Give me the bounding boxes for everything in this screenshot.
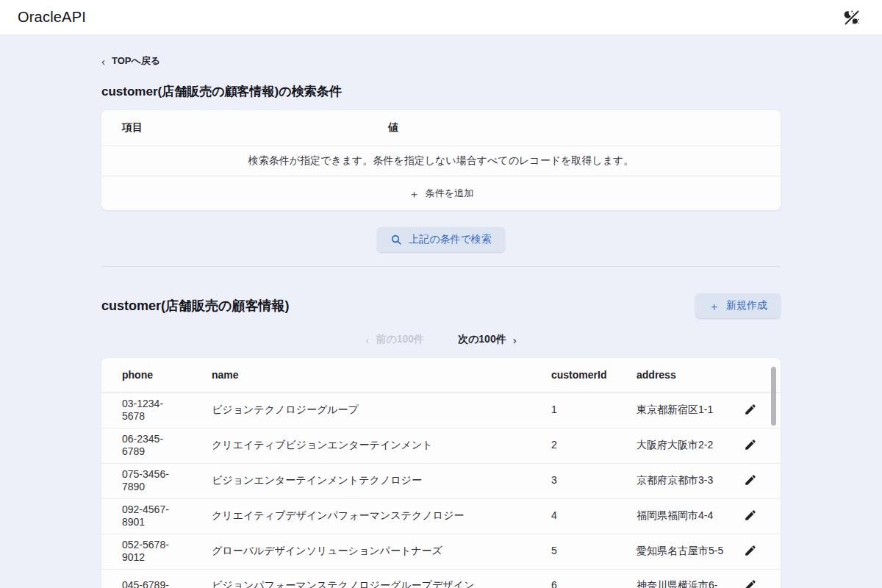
cell-address: 神奈川県横浜市6- <box>631 569 735 588</box>
chevron-right-icon: › <box>513 334 517 346</box>
chevron-left-icon: ‹ <box>101 56 105 67</box>
prev-page-label: 前の100件 <box>376 333 424 346</box>
next-page-button[interactable]: 次の100件 › <box>458 333 517 346</box>
conditions-col-item: 項目 <box>122 121 388 135</box>
add-condition-label: 条件を追加 <box>426 187 473 200</box>
table-scrollbar-thumb[interactable] <box>771 367 776 426</box>
cell-actions <box>735 428 781 463</box>
cell-customerId: 2 <box>545 428 631 463</box>
search-button-row: 上記の条件で検索 <box>101 227 781 252</box>
cell-customerId: 5 <box>545 534 631 569</box>
edit-row-button[interactable] <box>742 542 759 559</box>
conditions-header-row: 項目 値 <box>101 110 781 146</box>
cell-phone: 045-6789- <box>101 569 206 588</box>
cell-phone: 075-3456-7890 <box>101 463 206 498</box>
cell-phone: 052-5678-9012 <box>101 534 206 569</box>
section-divider <box>101 266 781 267</box>
cell-actions <box>735 569 781 588</box>
edit-row-button[interactable] <box>742 577 759 588</box>
search-button[interactable]: 上記の条件で検索 <box>377 227 505 252</box>
results-title: customer(店舗販売の顧客情報) <box>101 297 289 315</box>
cell-name: グローバルデザインソリューションパートナーズ <box>206 534 545 569</box>
table-row: 052-5678-9012 グローバルデザインソリューションパートナーズ 5 愛… <box>101 534 781 569</box>
app-bar: OracleAPI <box>0 0 882 35</box>
cell-phone: 092-4567-8901 <box>101 498 206 534</box>
col-header-customerId: customerId <box>545 358 631 392</box>
cell-name: クリエイティブビジョンエンターテインメント <box>206 428 545 463</box>
pencil-icon <box>744 403 757 416</box>
cell-address: 東京都新宿区1-1 <box>631 392 735 428</box>
cell-phone: 06-2345-6789 <box>101 428 206 463</box>
theme-toggle-icon <box>843 9 861 26</box>
conditions-empty-message: 検索条件が指定できます。条件を指定しない場合すべてのレコードを取得します。 <box>101 146 781 176</box>
col-header-name: name <box>206 358 545 392</box>
cell-customerId: 6 <box>545 569 631 588</box>
back-link-label: TOPへ戻る <box>112 54 160 68</box>
customer-table-head: phone name customerId address <box>101 358 781 392</box>
results-header: customer(店舗販売の顧客情報) ＋ 新規作成 <box>101 293 781 318</box>
customer-table: phone name customerId address 03-1234-56… <box>101 358 781 588</box>
create-new-label: 新規作成 <box>726 299 767 312</box>
pencil-icon <box>744 578 757 588</box>
edit-row-button[interactable] <box>742 437 759 453</box>
cell-customerId: 3 <box>545 463 631 498</box>
cell-phone: 03-1234-5678 <box>101 392 206 428</box>
back-to-top-link[interactable]: ‹ TOPへ戻る <box>101 54 160 68</box>
cell-address: 大阪府大阪市2-2 <box>631 428 735 463</box>
pencil-icon <box>744 473 757 487</box>
cell-customerId: 4 <box>545 498 631 534</box>
table-row: 045-6789- ビジョンパフォーマンステクノロジーグループデザイン 6 神奈… <box>101 569 781 588</box>
conditions-col-value: 値 <box>388 121 760 135</box>
pencil-icon <box>744 509 757 522</box>
table-row: 075-3456-7890 ビジョンエンターテインメントテクノロジー 3 京都府… <box>101 463 781 498</box>
plus-icon: ＋ <box>709 301 720 312</box>
cell-name: ビジョンパフォーマンステクノロジーグループデザイン <box>206 569 545 588</box>
customer-table-body: 03-1234-5678 ビジョンテクノロジーグループ 1 東京都新宿区1-1 … <box>101 392 781 588</box>
cell-actions <box>735 498 781 534</box>
cell-address: 愛知県名古屋市5-5 <box>631 534 735 569</box>
table-row: 06-2345-6789 クリエイティブビジョンエンターテインメント 2 大阪府… <box>101 428 781 463</box>
create-new-button[interactable]: ＋ 新規作成 <box>695 293 781 318</box>
search-section-title: customer(店舗販売の顧客情報)の検索条件 <box>101 83 781 100</box>
table-row: 092-4567-8901 クリエイティブデザインパフォーマンステクノロジー 4… <box>101 498 781 534</box>
cell-name: ビジョンテクノロジーグループ <box>206 392 545 428</box>
cell-address: 京都府京都市3-3 <box>631 463 735 498</box>
next-page-label: 次の100件 <box>458 333 506 346</box>
table-row: 03-1234-5678 ビジョンテクノロジーグループ 1 東京都新宿区1-1 <box>101 392 781 428</box>
cell-name: ビジョンエンターテインメントテクノロジー <box>206 463 545 498</box>
chevron-left-icon: ‹ <box>365 334 369 346</box>
search-conditions-card: 項目 値 検索条件が指定できます。条件を指定しない場合すべてのレコードを取得しま… <box>101 110 781 210</box>
cell-name: クリエイティブデザインパフォーマンステクノロジー <box>206 498 545 534</box>
app-title: OracleAPI <box>18 9 86 26</box>
search-icon <box>390 234 402 245</box>
pencil-icon <box>744 438 757 451</box>
col-header-phone: phone <box>101 358 206 392</box>
cell-actions <box>735 534 781 569</box>
pagination: ‹ 前の100件 次の100件 › <box>101 333 781 346</box>
customer-table-card: phone name customerId address 03-1234-56… <box>101 358 781 588</box>
edit-row-button[interactable] <box>742 507 759 523</box>
pencil-icon <box>744 544 757 557</box>
col-header-address: address <box>631 358 735 392</box>
edit-row-button[interactable] <box>742 472 759 488</box>
main-content: ‹ TOPへ戻る customer(店舗販売の顧客情報)の検索条件 項目 値 検… <box>101 35 781 588</box>
cell-address: 福岡県福岡市4-4 <box>631 498 735 534</box>
cell-customerId: 1 <box>545 392 631 428</box>
plus-icon: ＋ <box>409 188 420 199</box>
search-button-label: 上記の条件で検索 <box>409 233 492 246</box>
edit-row-button[interactable] <box>742 401 759 417</box>
cell-actions <box>735 463 781 498</box>
theme-toggle-button[interactable] <box>839 5 864 30</box>
prev-page-button[interactable]: ‹ 前の100件 <box>365 333 424 346</box>
add-condition-button[interactable]: ＋ 条件を追加 <box>101 176 781 210</box>
